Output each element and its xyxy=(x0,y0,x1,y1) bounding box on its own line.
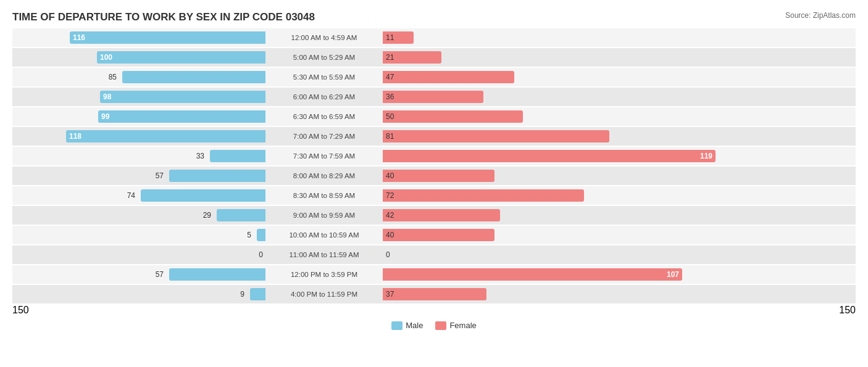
right-bar-area: 119 xyxy=(383,147,856,165)
female-bar: 37 xyxy=(383,288,486,300)
female-value: 40 xyxy=(386,231,394,239)
left-bar-area: 98 xyxy=(12,88,265,106)
page-container: TIME OF DEPARTURE TO WORK BY SEX IN ZIP … xyxy=(0,0,868,367)
left-bar-area: 33 xyxy=(12,147,265,165)
female-bar: 50 xyxy=(383,110,523,123)
male-value: 85 xyxy=(109,73,117,81)
left-bar-area: 57 xyxy=(12,167,265,185)
female-bar: 119 xyxy=(383,150,716,162)
male-bar: 98 xyxy=(100,91,265,103)
right-bar-area: 42 xyxy=(383,206,856,225)
time-label: 8:30 AM to 8:59 AM xyxy=(265,192,383,199)
left-bar-area: 116 xyxy=(12,28,265,47)
right-bar-area: 0 xyxy=(383,245,856,264)
male-bar xyxy=(250,288,265,300)
left-bar-area: 99 xyxy=(12,107,265,126)
source-label: Source: ZipAtlas.com xyxy=(785,11,856,20)
left-bar-area: 29 xyxy=(12,206,265,225)
female-value: 42 xyxy=(386,211,394,220)
male-bar xyxy=(210,150,265,162)
right-bar-area: 81 xyxy=(383,127,856,146)
left-bar-area: 100 xyxy=(12,48,265,67)
legend-male-label: Male xyxy=(406,321,423,330)
female-bar: 107 xyxy=(383,268,682,281)
male-bar: 118 xyxy=(66,130,265,142)
male-value: 5 xyxy=(247,231,251,239)
time-label: 4:00 PM to 11:59 PM xyxy=(265,291,383,298)
table-row: 986:00 AM to 6:29 AM36 xyxy=(12,88,856,106)
male-value: 57 xyxy=(156,270,164,279)
left-bar-area: 74 xyxy=(12,186,265,205)
right-bar-area: 37 xyxy=(383,285,856,303)
male-value: 100 xyxy=(100,53,112,62)
time-label: 5:30 AM to 5:59 AM xyxy=(265,73,383,81)
legend-female-color xyxy=(435,321,446,330)
table-row: 11612:00 AM to 4:59 AM11 xyxy=(12,28,856,47)
male-value: 99 xyxy=(101,112,109,121)
right-bar-area: 107 xyxy=(383,265,856,284)
table-row: 578:00 AM to 8:29 AM40 xyxy=(12,167,856,185)
male-bar xyxy=(217,209,265,221)
male-value: 74 xyxy=(127,191,135,200)
right-bar-area: 72 xyxy=(383,186,856,205)
male-value: 29 xyxy=(203,211,211,220)
left-bar-area: 0 xyxy=(12,245,265,264)
time-label: 5:00 AM to 5:29 AM xyxy=(265,54,383,61)
right-bar-area: 40 xyxy=(383,167,856,185)
female-value: 21 xyxy=(386,53,394,62)
time-label: 9:00 AM to 9:59 AM xyxy=(265,212,383,219)
axis-right-label: 150 xyxy=(389,305,856,316)
right-bar-area: 47 xyxy=(383,68,856,86)
right-bar-area: 21 xyxy=(383,48,856,67)
male-bar: 116 xyxy=(70,31,265,44)
table-row: 996:30 AM to 6:59 AM50 xyxy=(12,107,856,126)
female-bar: 72 xyxy=(383,189,584,202)
time-label: 12:00 PM to 3:59 PM xyxy=(265,271,383,278)
legend-female-label: Female xyxy=(449,321,476,330)
table-row: 299:00 AM to 9:59 AM42 xyxy=(12,206,856,225)
female-value: 37 xyxy=(386,290,394,299)
time-label: 8:00 AM to 8:29 AM xyxy=(265,172,383,179)
left-bar-area: 85 xyxy=(12,68,265,86)
female-value: 119 xyxy=(700,152,712,160)
time-label: 6:30 AM to 6:59 AM xyxy=(265,113,383,120)
male-bar xyxy=(257,229,265,241)
female-value: 81 xyxy=(386,132,394,141)
female-value: 72 xyxy=(386,191,394,200)
male-value: 57 xyxy=(156,171,164,180)
table-row: 510:00 AM to 10:59 AM40 xyxy=(12,226,856,244)
legend: Male Female xyxy=(12,321,856,330)
time-label: 11:00 AM to 11:59 AM xyxy=(265,251,383,258)
table-row: 011:00 AM to 11:59 AM0 xyxy=(12,245,856,264)
male-value: 0 xyxy=(259,250,263,259)
female-value: 11 xyxy=(386,33,394,42)
female-value: 50 xyxy=(386,112,394,121)
table-row: 855:30 AM to 5:59 AM47 xyxy=(12,68,856,86)
left-bar-area: 9 xyxy=(12,285,265,303)
female-bar: 81 xyxy=(383,130,609,142)
female-bar: 21 xyxy=(383,51,441,64)
left-bar-area: 5 xyxy=(12,226,265,244)
table-row: 748:30 AM to 8:59 AM72 xyxy=(12,186,856,205)
right-bar-area: 50 xyxy=(383,107,856,126)
male-bar xyxy=(169,268,265,281)
time-label: 6:00 AM to 6:29 AM xyxy=(265,93,383,101)
female-value: 0 xyxy=(386,250,390,259)
male-bar: 100 xyxy=(97,51,265,64)
table-row: 337:30 AM to 7:59 AM119 xyxy=(12,147,856,165)
male-value: 9 xyxy=(240,290,244,299)
female-value: 47 xyxy=(386,73,394,81)
legend-male: Male xyxy=(391,321,423,330)
female-value: 40 xyxy=(386,171,394,180)
female-value: 36 xyxy=(386,93,394,101)
male-value: 98 xyxy=(103,93,111,101)
table-row: 1187:00 AM to 7:29 AM81 xyxy=(12,127,856,146)
female-bar: 36 xyxy=(383,91,483,103)
axis-left-label: 150 xyxy=(12,305,272,316)
time-label: 7:30 AM to 7:59 AM xyxy=(265,152,383,160)
time-label: 12:00 AM to 4:59 AM xyxy=(265,34,383,41)
time-label: 10:00 AM to 10:59 AM xyxy=(265,231,383,239)
right-bar-area: 11 xyxy=(383,28,856,47)
axis-container: 150 150 xyxy=(12,305,856,316)
male-bar xyxy=(122,71,265,83)
